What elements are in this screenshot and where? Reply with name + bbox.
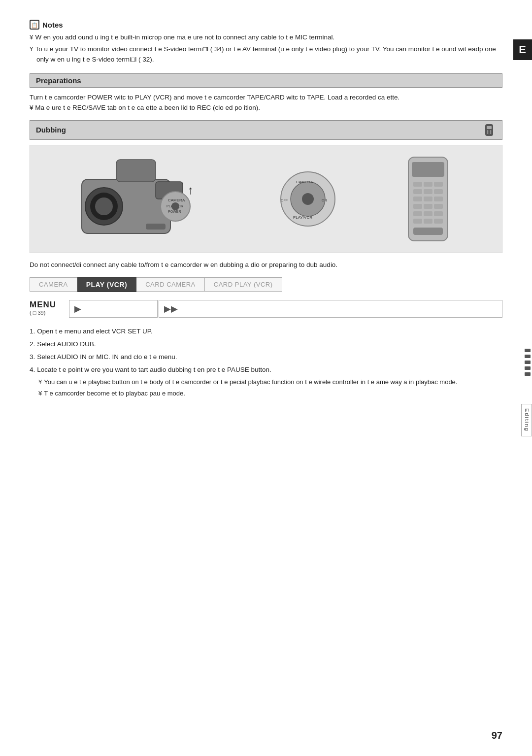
notes-list: W en you add ound u ing t e built-in mic… xyxy=(30,33,502,65)
svg-rect-45 xyxy=(434,219,443,224)
dubbing-title: Dubbing xyxy=(36,126,66,134)
menu-arrow-1: ▶ xyxy=(74,303,81,314)
notes-item-1: W en you add ound u ing t e built-in mic… xyxy=(30,33,502,42)
svg-point-2 xyxy=(487,130,489,131)
card-play-vcr-mode-button[interactable]: CARD PLAY (VCR) xyxy=(205,277,282,292)
sub-step-1: You can u e t e playbac button on t e bo… xyxy=(38,377,502,387)
notes-title: 📋 Notes xyxy=(30,20,502,30)
preparations-text: Turn t e camcorder POWER witc to PLAY (V… xyxy=(30,93,502,103)
svg-rect-35 xyxy=(424,197,432,201)
remote-control-svg xyxy=(401,155,455,243)
editing-tab-label: Editing xyxy=(524,408,530,432)
svg-point-9 xyxy=(95,197,113,215)
preparations-header: Preparations xyxy=(30,73,502,88)
preparations-note: ¥ Ma e ure t e REC/SAVE tab on t e ca et… xyxy=(30,103,502,113)
sub-steps-list: You can u e t e playbac button on t e bo… xyxy=(30,377,502,398)
svg-text:POWER: POWER xyxy=(168,210,181,213)
svg-rect-1 xyxy=(487,126,492,129)
svg-rect-34 xyxy=(413,197,422,201)
svg-text:↑: ↑ xyxy=(188,183,194,197)
step-3: 3.Select AUDIO IN or MIC. IN and clo e t… xyxy=(30,352,502,362)
edge-tab: E xyxy=(513,39,532,60)
svg-text:ON: ON xyxy=(322,198,327,202)
editing-tab: Editing xyxy=(521,404,532,436)
notes-item-2: To u e your TV to monitor video connect … xyxy=(30,44,502,65)
dubbing-note-text: Do not connect/di connect any cable to/f… xyxy=(30,261,337,268)
svg-rect-0 xyxy=(485,124,493,136)
svg-rect-31 xyxy=(413,189,422,194)
camcorder-svg: CAMERA PLAY/VCR POWER ↑ xyxy=(77,155,215,243)
svg-rect-27 xyxy=(412,162,444,177)
svg-rect-44 xyxy=(424,219,432,224)
svg-text:PLAY/VCR: PLAY/VCR xyxy=(293,215,312,220)
notes-icon: 📋 xyxy=(30,20,39,30)
preparations-body: Turn t e camcorder POWER witc to PLAY (V… xyxy=(30,93,502,113)
svg-rect-37 xyxy=(413,204,422,209)
svg-rect-29 xyxy=(424,182,432,187)
preparations-title: Preparations xyxy=(36,76,81,85)
svg-rect-38 xyxy=(424,204,432,209)
menu-arrow-box-1: ▶ xyxy=(69,300,158,318)
page-number: 97 xyxy=(492,730,502,741)
svg-rect-43 xyxy=(413,219,422,224)
svg-rect-42 xyxy=(434,211,443,216)
notes-section: 📋 Notes W en you add ound u ing t e buil… xyxy=(30,20,502,65)
svg-point-5 xyxy=(490,132,492,133)
sub-step-2: T e camcorder become et to playbac pau e… xyxy=(38,389,502,398)
notes-heading: Notes xyxy=(42,21,63,29)
menu-arrow-box-2: ▶▶ xyxy=(159,300,502,318)
svg-point-21 xyxy=(302,193,314,205)
svg-text:CAMERA: CAMERA xyxy=(168,198,185,202)
menu-label: MENU xyxy=(30,300,69,310)
menu-label-col: MENU ( □ 39) xyxy=(30,300,69,316)
menu-arrow-2: ▶▶ xyxy=(164,303,178,314)
svg-rect-30 xyxy=(434,182,443,187)
dubbing-header: Dubbing xyxy=(30,120,502,140)
svg-rect-28 xyxy=(413,182,422,187)
svg-rect-39 xyxy=(434,204,443,209)
side-decoration xyxy=(523,345,532,380)
dubbing-image-area: CAMERA PLAY/VCR POWER ↑ CAMERA PLAY/VCR … xyxy=(30,145,502,253)
svg-rect-12 xyxy=(146,224,166,230)
svg-rect-33 xyxy=(434,189,443,194)
svg-point-17 xyxy=(171,202,179,210)
steps-list: 1.Open t e menu and elect VCR SET UP. 2.… xyxy=(30,327,502,398)
camera-mode-button[interactable]: CAMERA xyxy=(30,277,77,292)
step-1: 1.Open t e menu and elect VCR SET UP. xyxy=(30,327,502,336)
svg-rect-46 xyxy=(413,228,443,235)
svg-rect-11 xyxy=(116,160,156,182)
edge-tab-label: E xyxy=(519,43,527,56)
remote-icon xyxy=(482,123,496,137)
svg-text:OFF: OFF xyxy=(281,198,288,202)
dubbing-image-inner: CAMERA PLAY/VCR POWER ↑ CAMERA PLAY/VCR … xyxy=(30,150,502,248)
svg-point-3 xyxy=(490,130,492,131)
page-number-text: 97 xyxy=(492,730,502,741)
menu-section: MENU ( □ 39) ▶ ▶▶ xyxy=(30,300,502,318)
svg-text:CAMERA: CAMERA xyxy=(296,180,313,184)
dubbing-note: Do not connect/di connect any cable to/f… xyxy=(30,260,502,270)
svg-rect-36 xyxy=(434,197,443,201)
step-2: 2.Select AUDIO DUB. xyxy=(30,339,502,349)
menu-sub: ( □ 39) xyxy=(30,310,69,316)
svg-point-4 xyxy=(487,132,489,133)
step-4: 4.Locate t e point w ere you want to tar… xyxy=(30,365,502,398)
svg-rect-32 xyxy=(424,189,432,194)
mode-buttons-row: CAMERA PLAY (VCR) CARD CAMERA CARD PLAY … xyxy=(30,277,502,292)
svg-rect-40 xyxy=(413,211,422,216)
svg-rect-41 xyxy=(424,211,432,216)
dial-svg: CAMERA PLAY/VCR OFF ON xyxy=(278,169,337,229)
play-vcr-mode-button[interactable]: PLAY (VCR) xyxy=(77,277,137,292)
card-camera-mode-button[interactable]: CARD CAMERA xyxy=(136,277,205,292)
